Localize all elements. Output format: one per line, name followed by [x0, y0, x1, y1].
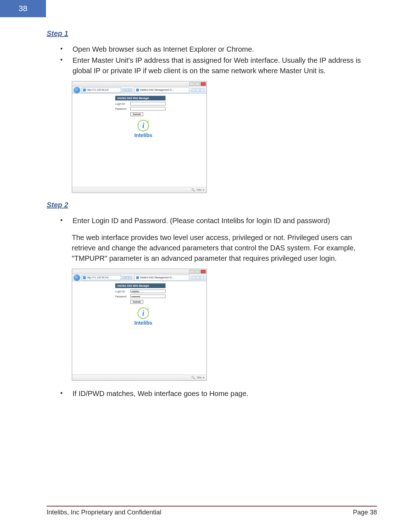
browser-toolbar: ← http://71.125.50.24/ Intelibs DAS Mana… [72, 274, 206, 281]
zoom-level: 75% [196, 376, 201, 379]
toolbar-buttons [191, 276, 205, 279]
password-label: Password: [115, 108, 130, 110]
login-id-row: Login ID: [115, 102, 166, 105]
list-item: Enter Login ID and Password. (Please con… [60, 216, 369, 226]
wifi-icon: )) [146, 119, 150, 123]
list-item: If ID/PWD matches, Web interface goes to… [60, 389, 369, 399]
step1-bullets: Open Web browser such as Internet Explor… [60, 44, 369, 76]
browser-toolbar: ← http://71.125.50.24/ Intelibs DAS Mana… [72, 86, 206, 94]
favicon-icon [83, 276, 86, 279]
status-bar: 🔍 75% ▾ [72, 375, 206, 380]
logo-text: Intelibs [130, 320, 156, 326]
logo: i )) Intelibs [130, 307, 156, 326]
favorites-icon[interactable] [196, 276, 200, 279]
wifi-icon: )) [146, 306, 150, 311]
page-number: 38 [19, 4, 27, 13]
search-icon[interactable] [122, 276, 125, 279]
chevron-down-icon[interactable]: ▾ [203, 189, 204, 192]
login-id-label: Login ID: [115, 103, 130, 105]
list-item: Open Web browser such as Internet Explor… [60, 44, 369, 55]
list-item: Enter Master Unit's IP address that is a… [60, 55, 369, 76]
login-panel: Intelibs DAS Web Manager Login ID: Passw… [115, 96, 166, 138]
screenshot-browser-1: ← http://71.125.50.24/ Intelibs DAS Mana… [72, 81, 207, 193]
page-body: Intelibs DAS Web Manager Login ID: Passw… [72, 94, 206, 187]
back-button[interactable]: ← [74, 274, 80, 281]
browser-tab[interactable]: Intelibs DAS Management S... [134, 87, 189, 93]
footer: Intelibs, Inc Proprietary and Confidenti… [47, 506, 377, 516]
refresh-icon[interactable] [126, 276, 129, 279]
window-titlebar [72, 269, 206, 274]
footer-right: Page 38 [353, 509, 377, 516]
login-id-input[interactable] [130, 102, 166, 105]
logo-icon: i )) [138, 307, 149, 319]
toolbar-buttons [191, 88, 205, 92]
gear-icon[interactable] [200, 88, 204, 92]
step2-paragraph: The web interface provides two level use… [72, 232, 369, 264]
refresh-icon[interactable] [126, 89, 129, 91]
stop-icon[interactable] [129, 276, 132, 279]
url-text: http://71.125.50.24/ [87, 89, 108, 91]
favorites-icon[interactable] [196, 88, 200, 92]
home-icon[interactable] [192, 276, 195, 279]
home-icon[interactable] [192, 88, 195, 92]
close-icon[interactable] [201, 82, 206, 86]
page: 38 Step 1 Open Web browser such as Inter… [0, 0, 405, 532]
search-icon[interactable] [122, 89, 125, 91]
zoom-icon: 🔍 [191, 188, 195, 192]
favicon-icon [83, 89, 86, 91]
step1-heading: Step 1 [47, 29, 369, 38]
login-id-label: Login ID: [115, 290, 130, 293]
url-controls [122, 276, 132, 279]
tab-favicon-icon [136, 89, 139, 91]
page-number-tab: 38 [0, 0, 46, 17]
status-bar: 🔍 75% ▾ [72, 187, 206, 193]
step2-heading: Step 2 [47, 201, 369, 209]
address-bar[interactable]: http://71.125.50.24/ [82, 88, 121, 93]
password-input[interactable] [130, 107, 166, 110]
password-input[interactable] [130, 295, 166, 298]
address-bar[interactable]: http://71.125.50.24/ [82, 275, 121, 280]
minimize-icon[interactable] [189, 270, 194, 273]
page-body: Intelibs DAS Web Manager Login ID: Passw… [72, 281, 206, 375]
tab-title: Intelibs DAS Management S... [140, 89, 174, 91]
back-button[interactable]: ← [74, 87, 80, 93]
tab-favicon-icon [136, 276, 139, 279]
close-icon[interactable] [201, 270, 206, 273]
gear-icon[interactable] [200, 276, 204, 279]
login-id-row: Login ID: [115, 289, 166, 293]
login-header: Intelibs DAS Web Manager [115, 96, 166, 100]
submit-button[interactable]: Submit [130, 112, 143, 116]
tab-title: Intelibs DAS Management S... [140, 276, 174, 279]
logo: i )) Intelibs [130, 120, 156, 138]
login-panel: Intelibs DAS Web Manager Login ID: Passw… [115, 283, 166, 326]
content: Step 1 Open Web browser such as Internet… [36, 0, 369, 399]
chevron-down-icon[interactable]: ▾ [203, 376, 204, 379]
logo-icon: i )) [138, 120, 149, 131]
stop-icon[interactable] [129, 89, 132, 91]
maximize-icon[interactable] [195, 82, 200, 86]
footer-left: Intelibs, Inc Proprietary and Confidenti… [47, 509, 161, 516]
zoom-level: 75% [196, 189, 201, 191]
submit-button[interactable]: Submit [130, 300, 143, 304]
login-id-input[interactable] [130, 289, 166, 293]
maximize-icon[interactable] [195, 270, 200, 273]
zoom-icon: 🔍 [191, 376, 195, 379]
step2-top-bullets: Enter Login ID and Password. (Please con… [60, 216, 369, 226]
password-row: Password: [115, 295, 166, 298]
screenshot-browser-2: ← http://71.125.50.24/ Intelibs DAS Mana… [72, 269, 207, 381]
logo-text: Intelibs [130, 132, 156, 138]
url-controls [122, 89, 132, 91]
login-header: Intelibs DAS Web Manager [115, 283, 166, 288]
browser-tab[interactable]: Intelibs DAS Management S... [134, 275, 189, 281]
password-row: Password: [115, 107, 166, 110]
step2-bottom-bullets: If ID/PWD matches, Web interface goes to… [60, 389, 369, 399]
password-label: Password: [115, 295, 130, 298]
window-titlebar [72, 81, 206, 86]
minimize-icon[interactable] [189, 82, 194, 86]
url-text: http://71.125.50.24/ [87, 276, 108, 279]
